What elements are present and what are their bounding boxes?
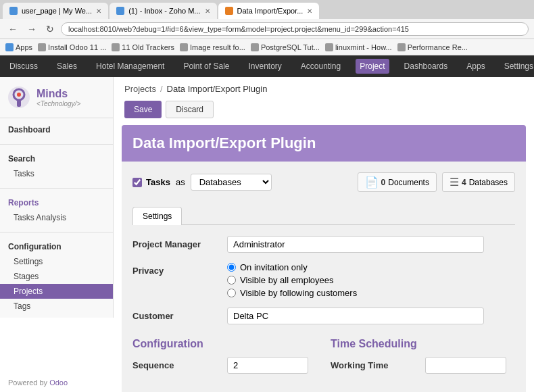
privacy-radio-2[interactable] <box>227 276 236 285</box>
nav-project[interactable]: Project <box>356 59 389 74</box>
form-fields: Project Manager Privacy On invitation on… <box>132 236 515 324</box>
sidebar-section-search: Search Tasks <box>0 147 113 185</box>
logo-text-group: Minds <Technology/> <box>37 88 80 107</box>
nav-hotel-management[interactable]: Hotel Management <box>92 59 168 74</box>
form-title-bar: Data Import/Export Plugin <box>122 125 526 162</box>
sidebar-title-search[interactable]: Search <box>0 151 113 166</box>
sidebar-title-config[interactable]: Configuration <box>0 239 113 254</box>
bookmark-3[interactable]: 11 Old Trackers <box>112 43 174 51</box>
nav-discuss[interactable]: Discuss <box>5 59 42 74</box>
save-button[interactable]: Save <box>124 101 162 118</box>
bookmark-6[interactable]: linuxmint - How... <box>325 43 392 51</box>
browser-tab-2[interactable]: (1) - Inbox - Zoho M... ✕ <box>110 3 216 19</box>
tab3-close[interactable]: ✕ <box>307 7 312 15</box>
config-section-title: Configuration <box>132 338 317 350</box>
sidebar-item-tasks-analysis[interactable]: Tasks Analysis <box>0 210 113 225</box>
bookmark3-label: 11 Old Trackers <box>122 43 174 51</box>
bookmark-7[interactable]: Performance Re... <box>397 43 468 51</box>
nav-settings[interactable]: Settings <box>500 59 534 74</box>
bookmark3-icon <box>112 43 120 51</box>
bookmarks-bar: Apps Install Odoo 11 ... 11 Old Trackers… <box>0 39 534 55</box>
bookmark2-label: Install Odoo 11 ... <box>48 43 106 51</box>
field-row-working-time: Working Time <box>331 357 515 374</box>
working-time-input[interactable] <box>425 357 506 374</box>
field-row-privacy: Privacy On invitation only Visible by al… <box>132 262 515 298</box>
tab1-close[interactable]: ✕ <box>96 7 101 15</box>
tabs-bar: Settings <box>132 207 515 225</box>
sidebar-logo: Minds <Technology/> <box>0 77 113 118</box>
config-section: Configuration Sequence <box>132 338 317 383</box>
project-manager-value <box>227 236 515 253</box>
bookmark5-label: PostgreSQL Tut... <box>261 43 320 51</box>
documents-button[interactable]: 📄 0 Documents <box>358 172 437 192</box>
sequence-input[interactable] <box>227 357 308 374</box>
browser-bar: ← → ↻ <box>0 19 534 39</box>
customer-value <box>227 308 515 324</box>
privacy-option-1[interactable]: On invitation only <box>227 262 515 272</box>
privacy-label: Privacy <box>132 262 227 276</box>
tasks-checkbox-label[interactable]: Tasks <box>132 177 170 187</box>
divider-2 <box>0 188 113 189</box>
sidebar-title-reports[interactable]: Reports <box>0 195 113 210</box>
discard-button[interactable]: Discard <box>166 101 214 118</box>
forward-button[interactable]: → <box>24 22 39 36</box>
project-manager-label: Project Manager <box>132 236 227 249</box>
odoo-brand: Odoo <box>49 378 68 387</box>
browser-tab-3[interactable]: Data Import/Expor... ✕ <box>218 3 320 19</box>
nav-point-of-sale[interactable]: Point of Sale <box>179 59 233 74</box>
privacy-option-2[interactable]: Visible by all employees <box>227 275 515 285</box>
sidebar-item-stages[interactable]: Stages <box>0 269 113 284</box>
field-row-sequence: Sequence <box>132 357 317 374</box>
url-bar[interactable] <box>61 22 529 36</box>
tab-settings[interactable]: Settings <box>132 207 182 225</box>
nav-inventory[interactable]: Inventory <box>244 59 285 74</box>
tasks-checkbox[interactable] <box>132 178 142 187</box>
privacy-option-3[interactable]: Visible by following customers <box>227 288 515 298</box>
nav-dashboards[interactable]: Dashboards <box>400 59 452 74</box>
tab3-label: Data Import/Expor... <box>237 7 304 15</box>
databases-button[interactable]: ☰ 4 Databases <box>442 172 515 192</box>
tasks-dropdown[interactable]: Databases <box>191 174 272 191</box>
divider-3 <box>0 232 113 232</box>
field-row-project-manager: Project Manager <box>132 236 515 253</box>
databases-count: 4 <box>462 178 466 187</box>
project-manager-input[interactable] <box>227 236 484 253</box>
nav-apps[interactable]: Apps <box>462 59 489 74</box>
sidebar-section-config: Configuration Settings Stages Projects T… <box>0 235 113 318</box>
tab1-label: user_page | My We... <box>22 7 92 15</box>
privacy-option-1-label: On invitation only <box>240 262 308 272</box>
browser-tabs: user_page | My We... ✕ (1) - Inbox - Zoh… <box>0 0 534 19</box>
time-section-title: Time Scheduling <box>331 338 515 350</box>
bookmark-5[interactable]: PostgreSQL Tut... <box>251 43 320 51</box>
breadcrumb-parent[interactable]: Projects <box>124 84 156 94</box>
bookmark-4[interactable]: Image result fo... <box>180 43 245 51</box>
tab1-favicon <box>9 7 18 15</box>
sidebar-item-tags[interactable]: Tags <box>0 299 113 314</box>
breadcrumb-current: Data Import/Export Plugin <box>167 84 268 94</box>
sidebar-item-settings[interactable]: Settings <box>0 254 113 269</box>
doc-db-row: 📄 0 Documents ☰ 4 Databases <box>358 172 515 192</box>
field-row-customer: Customer <box>132 308 515 324</box>
sidebar-item-tasks[interactable]: Tasks <box>0 166 113 181</box>
bookmark4-icon <box>180 43 188 51</box>
tasks-row: Tasks as Databases <box>132 174 272 191</box>
privacy-option-2-label: Visible by all employees <box>240 275 334 285</box>
tab3-favicon <box>225 7 233 15</box>
tab2-close[interactable]: ✕ <box>205 7 210 15</box>
privacy-radio-1[interactable] <box>227 263 236 272</box>
sidebar-title-dashboard[interactable]: Dashboard <box>0 122 113 137</box>
refresh-button[interactable]: ↻ <box>43 22 57 36</box>
databases-icon: ☰ <box>450 176 459 189</box>
bookmark-apps[interactable]: Apps <box>5 43 32 51</box>
bookmark-2[interactable]: Install Odoo 11 ... <box>38 43 106 51</box>
customer-input[interactable] <box>227 308 484 324</box>
sidebar-section-dashboard: Dashboard <box>0 118 113 141</box>
sidebar-item-projects[interactable]: Projects <box>0 284 113 299</box>
privacy-radio-3[interactable] <box>227 289 236 297</box>
form-container: Data Import/Export Plugin Tasks as Datab… <box>122 125 526 392</box>
nav-sales[interactable]: Sales <box>53 59 81 74</box>
back-button[interactable]: ← <box>5 22 20 36</box>
browser-tab-1[interactable]: user_page | My We... ✕ <box>3 3 108 19</box>
nav-accounting[interactable]: Accounting <box>297 59 345 74</box>
logo-svg <box>7 85 31 109</box>
